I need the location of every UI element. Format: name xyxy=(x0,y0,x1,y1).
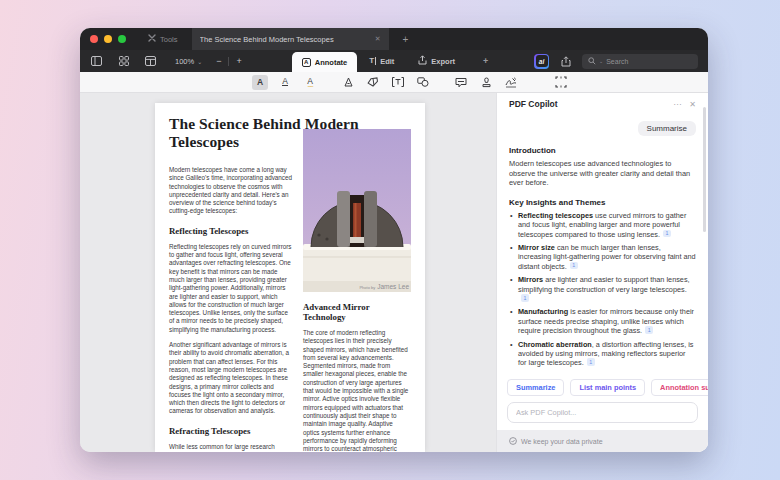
new-tab-button[interactable]: + xyxy=(403,34,409,45)
zoom-level-value: 100% xyxy=(175,57,194,66)
underline-tool-icon[interactable]: A xyxy=(277,75,293,90)
list-item: Chromatic aberration, a distortion affec… xyxy=(509,340,696,368)
screenshot-selection-icon[interactable] xyxy=(553,75,569,90)
mode-tabs: A Annotate T Edit Export + xyxy=(292,50,501,72)
copilot-title: PDF Copilot xyxy=(509,99,665,109)
zoom-in-button[interactable]: + xyxy=(236,56,241,66)
traffic-lights xyxy=(90,35,126,43)
tab-annotate[interactable]: A Annotate xyxy=(292,52,358,72)
more-options-icon[interactable]: ⋯ xyxy=(673,100,681,109)
shapes-tool-icon[interactable] xyxy=(415,75,431,90)
copilot-chat[interactable]: Summarise Introduction Modern telescopes… xyxy=(497,115,708,373)
maximize-window-button[interactable] xyxy=(118,35,126,43)
annotation-toolbar: A A A~~ xyxy=(80,72,708,93)
panel-scrollbar[interactable] xyxy=(703,107,706,232)
doc-paragraph-intro: Modern telescopes have come a long way s… xyxy=(169,166,294,216)
tab-export[interactable]: Export xyxy=(406,50,467,72)
copilot-bullet-list: Reflecting telescopes use curved mirrors… xyxy=(509,211,696,368)
export-icon xyxy=(418,55,427,67)
add-mode-tab-button[interactable]: + xyxy=(471,50,500,72)
close-panel-icon[interactable]: ✕ xyxy=(689,100,696,109)
stamp-tool-icon[interactable] xyxy=(478,75,494,90)
photo-credit-prefix: Photo by xyxy=(359,285,375,290)
minimize-window-button[interactable] xyxy=(104,35,112,43)
observatory-photo: Photo byJames Lee xyxy=(303,129,411,292)
chip-summarize[interactable]: Summarize xyxy=(507,379,564,396)
tab-annotate-label: Annotate xyxy=(315,58,348,67)
tools-label: Tools xyxy=(160,35,178,44)
main-toolbar: 100% ⌄ − + A Annotate T Edit Export + xyxy=(80,50,708,72)
divider xyxy=(228,57,229,66)
app-window: Tools The Science Behind Modern Telescop… xyxy=(80,28,708,452)
citation-badge[interactable]: 1 xyxy=(521,294,529,302)
pdf-page[interactable]: The Science Behind Modern Telescopes Mod… xyxy=(155,103,425,452)
citation-badge[interactable]: 1 xyxy=(587,358,595,366)
chevron-down-icon: ⌄ xyxy=(197,58,202,65)
share-icon[interactable] xyxy=(559,55,572,68)
edit-text-icon: T xyxy=(369,57,376,65)
text-box-tool-icon[interactable] xyxy=(390,75,406,90)
search-scope-chevron-icon: ⌄ xyxy=(599,58,603,64)
thumbnails-grid-icon[interactable] xyxy=(117,55,130,68)
copilot-header: PDF Copilot ⋯ ✕ xyxy=(497,93,708,115)
comment-tool-icon[interactable] xyxy=(453,75,469,90)
doc-heading-refracting: Refracting Telescopes xyxy=(169,426,294,436)
tab-close-icon[interactable]: ✕ xyxy=(375,35,381,43)
copilot-intro-heading: Introduction xyxy=(509,146,696,155)
ask-copilot-input[interactable] xyxy=(507,402,698,423)
citation-badge[interactable]: 1 xyxy=(645,326,653,334)
privacy-footer: We keep your data private xyxy=(497,430,708,452)
document-tab-title: The Science Behind Modern Telescopes xyxy=(200,35,375,44)
doc-paragraph: Another significant advantage of mirrors… xyxy=(169,341,294,416)
zoom-level-dropdown[interactable]: 100% ⌄ xyxy=(175,57,202,66)
document-tab[interactable]: The Science Behind Modern Telescopes ✕ xyxy=(192,28,389,50)
tab-edit-label: Edit xyxy=(380,57,394,66)
privacy-shield-icon xyxy=(509,437,517,446)
list-item: Manufacturing is easier for mirrors beca… xyxy=(509,307,696,335)
highlight-tool-icon[interactable]: A xyxy=(252,75,268,90)
sidebar-toggle-icon[interactable] xyxy=(90,55,103,68)
doc-heading-reflecting: Reflecting Telescopes xyxy=(169,226,294,236)
citation-badge[interactable]: 1 xyxy=(570,262,578,270)
search-placeholder: Search xyxy=(606,58,628,65)
search-icon xyxy=(588,57,596,66)
list-item: Reflecting telescopes use curved mirrors… xyxy=(509,211,696,239)
doc-paragraph: The core of modern reflecting telescopes… xyxy=(303,329,411,452)
ai-assistant-button[interactable]: ai xyxy=(534,54,549,69)
doc-heading-mirror-tech: Advanced Mirror Technology xyxy=(303,302,411,322)
chip-list-main-points[interactable]: List main points xyxy=(570,379,645,396)
list-item: Mirrors are lighter and easier to suppor… xyxy=(509,275,696,303)
eraser-tool-icon[interactable] xyxy=(365,75,381,90)
tab-export-label: Export xyxy=(431,57,455,66)
privacy-note: We keep your data private xyxy=(521,438,603,445)
doc-paragraph: Reflecting telescopes rely on curved mir… xyxy=(169,243,294,334)
pdf-copilot-panel: PDF Copilot ⋯ ✕ Summarise Introduction M… xyxy=(496,93,708,452)
copilot-intro-text: Modern telescopes use advanced technolog… xyxy=(509,159,696,188)
doc-paragraph: While less common for large research tel… xyxy=(169,443,294,452)
list-item: Mirror size can be much larger than lens… xyxy=(509,243,696,271)
title-bar: Tools The Science Behind Modern Telescop… xyxy=(80,28,708,50)
page-layout-icon[interactable] xyxy=(144,55,157,68)
chip-annotation-summary[interactable]: Annotation summary xyxy=(651,379,708,396)
user-message-bubble: Summarise xyxy=(638,121,696,136)
document-area: The Science Behind Modern Telescopes Mod… xyxy=(80,93,708,452)
copilot-insights-heading: Key Insights and Themes xyxy=(509,198,696,207)
signature-tool-icon[interactable] xyxy=(503,75,519,90)
photo-credit: Photo byJames Lee xyxy=(359,283,409,290)
zoom-out-button[interactable]: − xyxy=(216,56,221,66)
annotate-icon: A xyxy=(302,58,311,67)
tab-edit[interactable]: T Edit xyxy=(357,50,406,72)
search-input[interactable]: ⌄ Search xyxy=(582,54,698,69)
tools-icon xyxy=(148,34,156,44)
close-window-button[interactable] xyxy=(90,35,98,43)
ai-logo: ai xyxy=(536,55,548,67)
citation-badge[interactable]: 1 xyxy=(663,230,671,238)
squiggly-tool-icon[interactable]: A~~ xyxy=(302,75,318,90)
suggestion-chips: Summarize List main points Annotation su… xyxy=(497,373,708,396)
tools-menu[interactable]: Tools xyxy=(148,34,178,44)
pen-tool-icon[interactable] xyxy=(340,75,356,90)
